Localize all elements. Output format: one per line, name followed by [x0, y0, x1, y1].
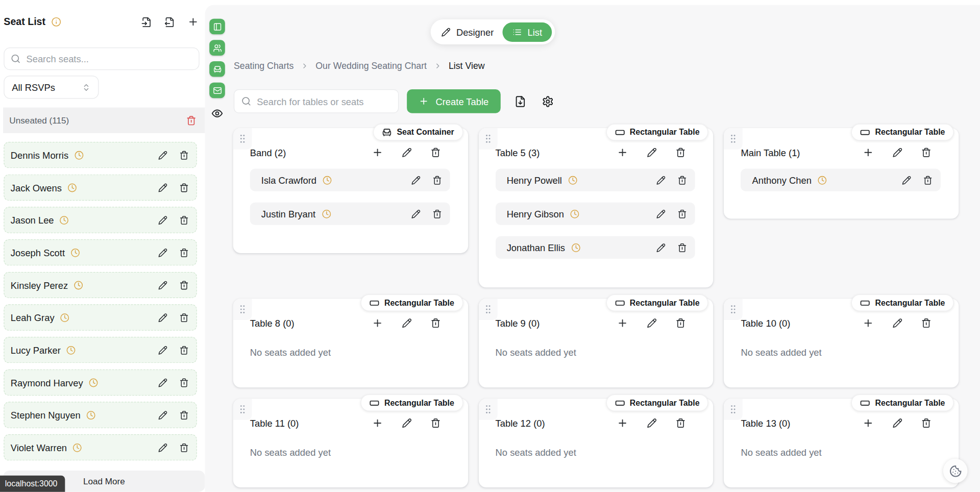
edit-table-button[interactable]	[402, 147, 412, 158]
delete-seat-button[interactable]	[923, 175, 933, 184]
visibility-toggle-button[interactable]	[211, 108, 223, 119]
edit-seat-button[interactable]	[656, 243, 666, 252]
delete-table-button[interactable]	[430, 418, 440, 428]
list-view-button[interactable]: List	[503, 22, 552, 41]
delete-table-button[interactable]	[676, 318, 686, 328]
delete-table-button[interactable]	[430, 147, 440, 158]
add-seat-to-table-button[interactable]	[617, 417, 628, 429]
guest-row[interactable]: Joseph Scott	[4, 239, 197, 265]
import-seats-button[interactable]	[141, 16, 152, 27]
delete-guest-button[interactable]	[179, 443, 188, 452]
add-seat-to-table-button[interactable]	[863, 147, 874, 158]
delete-seat-button[interactable]	[432, 209, 442, 218]
delete-seat-button[interactable]	[678, 175, 687, 184]
cookie-settings-button[interactable]	[943, 459, 968, 483]
delete-seat-button[interactable]	[678, 209, 687, 218]
seat-row[interactable]: Jonathan Ellis	[496, 236, 695, 259]
add-seat-to-table-button[interactable]	[372, 147, 383, 158]
drag-handle[interactable]	[724, 299, 743, 320]
drag-handle[interactable]	[724, 399, 743, 420]
edit-guest-button[interactable]	[158, 410, 167, 420]
seat-row[interactable]: Henry Gibson	[496, 203, 695, 225]
delete-guest-button[interactable]	[179, 248, 188, 257]
drag-handle[interactable]	[233, 399, 252, 420]
seat-row[interactable]: Anthony Chen	[741, 169, 940, 191]
delete-guest-button[interactable]	[179, 183, 188, 192]
edit-guest-button[interactable]	[158, 280, 167, 289]
add-seat-button[interactable]	[187, 16, 199, 28]
delete-guest-button[interactable]	[179, 150, 188, 159]
drag-handle[interactable]	[479, 299, 498, 320]
add-seat-to-table-button[interactable]	[863, 417, 874, 429]
delete-table-button[interactable]	[921, 147, 932, 158]
export-seats-button[interactable]	[164, 16, 175, 27]
edit-table-button[interactable]	[647, 147, 657, 158]
edit-seat-button[interactable]	[656, 209, 666, 218]
drag-handle[interactable]	[233, 299, 252, 320]
guest-row[interactable]: Dennis Morris	[4, 142, 197, 168]
add-seat-to-table-button[interactable]	[372, 317, 383, 329]
toggle-sidebar-button[interactable]	[209, 19, 225, 35]
delete-guest-button[interactable]	[179, 313, 188, 322]
delete-table-button[interactable]	[430, 318, 440, 328]
delete-guest-button[interactable]	[179, 346, 188, 355]
edit-guest-button[interactable]	[158, 150, 167, 159]
guest-row[interactable]: Kinsley Perez	[4, 272, 197, 298]
seat-row[interactable]: Isla Crawford	[250, 169, 450, 191]
guest-row[interactable]: Violet Warren	[4, 434, 197, 460]
designer-view-button[interactable]: Designer	[441, 27, 494, 37]
seat-row[interactable]: Henry Powell	[496, 169, 695, 191]
export-file-button[interactable]	[514, 95, 526, 107]
guest-row[interactable]: Raymond Harvey	[4, 370, 197, 396]
add-seat-to-table-button[interactable]	[372, 417, 383, 429]
edit-seat-button[interactable]	[656, 175, 666, 184]
delete-guest-button[interactable]	[179, 215, 188, 225]
info-icon[interactable]	[51, 17, 61, 27]
seat-row[interactable]: Justin Bryant	[250, 203, 450, 225]
edit-guest-button[interactable]	[158, 378, 167, 387]
drag-handle[interactable]	[479, 128, 498, 150]
delete-guest-button[interactable]	[179, 280, 188, 289]
guests-button[interactable]	[209, 40, 225, 56]
drag-handle[interactable]	[479, 399, 498, 420]
settings-button[interactable]	[542, 95, 553, 107]
invitations-button[interactable]	[209, 83, 225, 99]
edit-guest-button[interactable]	[158, 248, 167, 257]
edit-seat-button[interactable]	[411, 209, 420, 218]
edit-table-button[interactable]	[893, 318, 903, 328]
rsvp-filter-select[interactable]: All RSVPs	[4, 76, 99, 99]
add-seat-to-table-button[interactable]	[617, 147, 628, 158]
edit-seat-button[interactable]	[411, 175, 420, 184]
drag-handle[interactable]	[233, 128, 252, 150]
delete-table-button[interactable]	[676, 418, 686, 428]
delete-guest-button[interactable]	[179, 378, 188, 387]
edit-guest-button[interactable]	[158, 443, 167, 452]
breadcrumb-item[interactable]: Seating Charts	[234, 61, 293, 71]
edit-table-button[interactable]	[402, 318, 412, 328]
delete-seat-button[interactable]	[432, 175, 442, 184]
add-seat-to-table-button[interactable]	[863, 317, 874, 329]
guest-row[interactable]: Lucy Parker	[4, 337, 197, 363]
edit-table-button[interactable]	[893, 147, 903, 158]
guest-row[interactable]: Leah Gray	[4, 304, 197, 330]
breadcrumb-item[interactable]: Our Wedding Seating Chart	[315, 61, 427, 71]
delete-table-button[interactable]	[921, 418, 932, 428]
edit-guest-button[interactable]	[158, 346, 167, 355]
delete-guest-button[interactable]	[179, 410, 188, 420]
add-seat-to-table-button[interactable]	[617, 317, 628, 329]
guest-row[interactable]: Stephen Nguyen	[4, 402, 197, 428]
delete-table-button[interactable]	[921, 318, 932, 328]
guest-row[interactable]: Jason Lee	[4, 207, 197, 233]
delete-table-button[interactable]	[676, 147, 686, 158]
seats-button[interactable]	[209, 61, 225, 77]
edit-table-button[interactable]	[647, 418, 657, 428]
edit-table-button[interactable]	[893, 418, 903, 428]
edit-guest-button[interactable]	[158, 313, 167, 322]
edit-table-button[interactable]	[402, 418, 412, 428]
seat-search-input[interactable]	[26, 54, 192, 64]
edit-guest-button[interactable]	[158, 183, 167, 192]
delete-all-unseated-button[interactable]	[186, 115, 197, 126]
table-search-input[interactable]	[257, 96, 391, 107]
guest-row[interactable]: Jack Owens	[4, 175, 197, 201]
edit-table-button[interactable]	[647, 318, 657, 328]
